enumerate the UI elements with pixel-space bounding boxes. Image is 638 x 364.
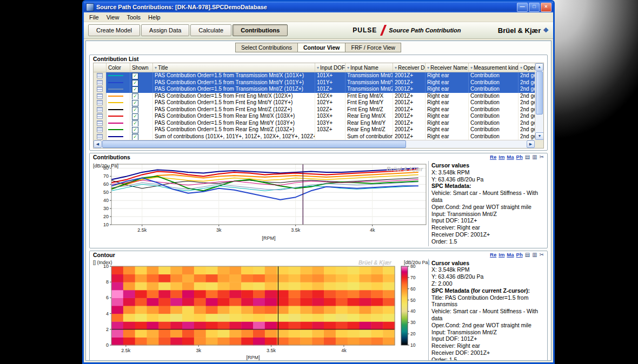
im-format-button[interactable]: Im: [499, 252, 504, 258]
column-header-input-dof[interactable]: ▾Input DOF: [315, 63, 345, 72]
receiver-name-cell: Right ear: [426, 72, 469, 79]
menu-tools[interactable]: Tools: [123, 14, 144, 21]
cut-icon[interactable]: ✂: [540, 252, 544, 258]
shown-checkbox[interactable]: ✓: [132, 73, 138, 79]
measurement-icon: [97, 93, 103, 99]
copy-graph-icon[interactable]: ▤: [525, 154, 530, 160]
im-format-button[interactable]: Im: [499, 154, 504, 160]
contribution-row[interactable]: ✓PAS Contribution Order=1.5 from Rear En…: [94, 120, 535, 127]
horizontal-scroll-thumb[interactable]: [102, 140, 406, 148]
copy-graph-icon[interactable]: ▤: [525, 252, 530, 258]
scroll-up-arrow[interactable]: ▲: [535, 63, 543, 71]
shown-checkbox[interactable]: ✓: [132, 80, 138, 86]
close-button[interactable]: ×: [541, 3, 551, 12]
content-panel: Select ContributionsContour ViewFRF / Fo…: [85, 41, 551, 361]
ma-format-button[interactable]: Ma: [507, 154, 514, 160]
scroll-left-arrow[interactable]: ◀: [94, 140, 102, 148]
title-cell: PAS Contribution Order=1.5 from Rear Eng…: [153, 120, 315, 127]
svg-text:4k: 4k: [370, 227, 375, 233]
viewtab-contour-view[interactable]: Contour View: [297, 43, 345, 52]
series-color-swatch: [108, 109, 123, 110]
receiver-name-cell: Right ear: [426, 86, 469, 93]
tab-contributions[interactable]: Contributions: [232, 24, 288, 36]
title-cell: PAS Contribution Order=1.5 from Rear Eng…: [153, 126, 315, 133]
column-header-receiver-name[interactable]: ▾Receiver Name: [426, 63, 469, 72]
cursor-info-line: X: 3.548k RPM: [431, 169, 542, 176]
shown-checkbox[interactable]: ✓: [132, 134, 138, 140]
input-name-cell: Rear Eng Mnt/Z: [345, 126, 393, 133]
shown-checkbox[interactable]: ✓: [132, 127, 138, 133]
re-format-button[interactable]: Re: [490, 252, 496, 258]
menu-view[interactable]: View: [103, 14, 123, 21]
cursor-info-line: Receiver: Right ear: [431, 224, 542, 231]
table-horizontal-scrollbar[interactable]: ◀ ▶: [94, 140, 535, 148]
column-header-input-name[interactable]: ▾Input Name: [345, 63, 393, 72]
vertical-scroll-thumb[interactable]: [536, 71, 543, 114]
svg-text:70: 70: [103, 173, 109, 179]
contribution-row[interactable]: ✓Sum of contributions (101X+, 101Y+, 101…: [94, 133, 535, 140]
red-slash-icon: [380, 25, 387, 36]
cut-icon[interactable]: ✂: [540, 154, 544, 160]
copy-values-icon[interactable]: ▥: [532, 154, 537, 160]
re-format-button[interactable]: Re: [490, 154, 496, 160]
svg-text:3.5k: 3.5k: [267, 348, 276, 353]
tab-calculate[interactable]: Calculate: [190, 24, 231, 36]
svg-text:20: 20: [103, 214, 109, 219]
oper-cond-cell: 2nd gear WO: [519, 113, 535, 120]
contribution-row[interactable]: ✓PAS Contribution Order=1.5 from Transmi…: [94, 72, 535, 79]
kind-cell: Contribution: [469, 106, 519, 113]
contribution-row[interactable]: ✓PAS Contribution Order=1.5 from Rear En…: [94, 113, 535, 120]
app-window: Source Path Contributions: [DK-NA-978].S…: [82, 0, 555, 364]
shown-checkbox[interactable]: ✓: [132, 86, 138, 93]
viewtab-select-contributions[interactable]: Select Contributions: [235, 43, 298, 52]
tab-assign-data[interactable]: Assign Data: [141, 24, 189, 36]
table-vertical-scrollbar[interactable]: ▲ ▼: [535, 63, 543, 140]
contribution-row[interactable]: ✓PAS Contribution Order=1.5 from Rear En…: [94, 126, 535, 133]
column-header-receiver-dof[interactable]: ▾Receiver DOF: [393, 63, 426, 72]
scroll-down-arrow[interactable]: ▼: [535, 132, 544, 140]
input-dof-cell: 102Y+: [315, 99, 345, 106]
contribution-row[interactable]: ✓PAS Contribution Order=1.5 from Frnt En…: [94, 99, 535, 106]
contribution-row[interactable]: ✓PAS Contribution Order=1.5 from Frnt En…: [94, 93, 535, 100]
shown-checkbox[interactable]: ✓: [132, 93, 138, 100]
receiver-dof-cell: 2001Z+: [393, 93, 426, 100]
receiver-dof-cell: 2001Z+: [393, 113, 426, 120]
shown-checkbox[interactable]: ✓: [132, 120, 138, 127]
shown-checkbox[interactable]: ✓: [132, 100, 138, 106]
kind-cell: Contribution: [469, 86, 519, 93]
title-cell: PAS Contribution Order=1.5 from Transmis…: [153, 72, 315, 79]
table-body: ✓PAS Contribution Order=1.5 from Transmi…: [94, 72, 535, 140]
title-bar[interactable]: Source Path Contributions: [DK-NA-978].S…: [84, 2, 553, 12]
contribution-row[interactable]: ✓PAS Contribution Order=1.5 from Transmi…: [94, 86, 535, 93]
receiver-name-cell: Right ear: [426, 79, 469, 86]
input-name-cell: Rear Eng Mnt/X: [345, 113, 393, 120]
title-cell: PAS Contribution Order=1.5 from Transmis…: [153, 86, 315, 93]
ma-format-button[interactable]: Ma: [507, 252, 514, 258]
svg-text:4k: 4k: [341, 348, 347, 353]
svg-text:50: 50: [410, 297, 416, 302]
oper-cond-cell: 2nd gear WO: [519, 86, 535, 93]
tab-create-model[interactable]: Create Model: [88, 24, 140, 36]
shown-checkbox[interactable]: ✓: [132, 107, 138, 113]
contour-plot[interactable]: 02468102.5k3k3.5k4k1020304050607080[] (I…: [92, 259, 428, 361]
ph-format-button[interactable]: Ph: [516, 154, 523, 160]
menu-help[interactable]: Help: [144, 14, 164, 21]
viewtab-frf-force-view[interactable]: FRF / Force View: [345, 43, 401, 52]
column-header-title[interactable]: ▾Title: [153, 63, 315, 72]
ph-format-button[interactable]: Ph: [516, 252, 523, 258]
column-header-measurement-kind[interactable]: ▾Measurement kind: [469, 63, 519, 72]
cursor-info-line: Vehicle: Smart car - Mount Stiffness - W…: [431, 190, 542, 204]
receiver-dof-cell: 2001Z+: [393, 72, 426, 79]
contour-panel: Contour ReImMaPh▤▥✂ 02468102.5k3k3.5k4k1…: [89, 251, 548, 361]
menu-file[interactable]: File: [85, 14, 103, 21]
title-cell: PAS Contribution Order=1.5 from Transmis…: [153, 79, 315, 86]
contributions-plot[interactable]: 10203040506070802.5k3k3.5k4k[dB/20u Pa]B…: [92, 161, 428, 246]
contribution-row[interactable]: ✓PAS Contribution Order=1.5 from Transmi…: [94, 79, 535, 86]
copy-values-icon[interactable]: ▥: [532, 252, 537, 258]
contribution-row[interactable]: ✓PAS Contribution Order=1.5 from Frnt En…: [94, 106, 535, 113]
scroll-right-arrow[interactable]: ▶: [527, 140, 535, 148]
scroll-track[interactable]: [407, 140, 527, 148]
shown-checkbox[interactable]: ✓: [132, 113, 138, 120]
minimize-button[interactable]: —: [517, 3, 528, 12]
restore-button[interactable]: □: [529, 3, 540, 12]
